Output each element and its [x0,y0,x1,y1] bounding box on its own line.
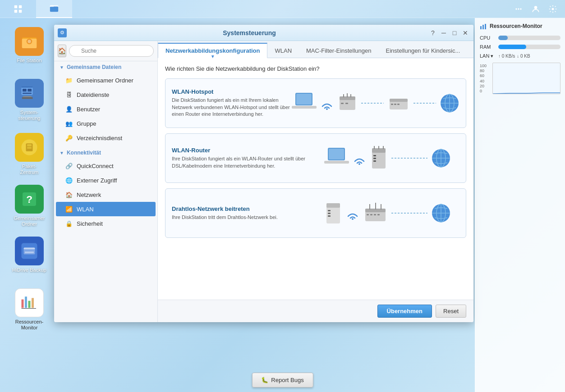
svg-rect-52 [390,99,408,102]
globe-svg-1 [440,93,459,113]
sidebar-section-connectivity[interactable]: ▼ Konnektivität [54,147,157,159]
tab-network-config[interactable]: Netzwerkabbildungskonfiguration [158,43,267,58]
desktop-icon-package-center[interactable]: Paket-Zentrum [9,133,50,175]
svg-rect-88 [374,214,376,215]
cpu-bar-fill [498,36,508,40]
option-card-wlan-hotspot[interactable]: WLAN-Hotspot Die DiskStation fungiert al… [165,78,466,128]
ram-bar-fill [498,45,526,49]
user-icon[interactable] [529,2,542,16]
taskbar-file-station[interactable] [36,0,72,18]
group-icon: 👥 [65,119,73,128]
svg-rect-2 [14,9,17,12]
svg-point-9 [520,8,521,9]
lan-values: ↑ 0 KB/s ↓ 0 KB [498,54,530,59]
window-maximize-button[interactable]: □ [450,28,459,37]
sidebar-search-input[interactable] [69,45,154,57]
svg-point-15 [28,40,31,43]
option-card-wlan-router[interactable]: WLAN-Router Ihre DiskStation fungiert al… [165,133,466,183]
tab-wlan[interactable]: WLAN [267,43,299,58]
globe-svg-2 [431,148,451,168]
window-close-button[interactable]: ✕ [461,28,470,37]
option-hotspot-title: WLAN-Hotspot [172,88,292,95]
resource-chart: 100 80 60 40 20 0 [480,63,560,94]
package-center-label: Paket-Zentrum [20,164,39,175]
desktop-icon-file-station[interactable]: File Station [9,27,50,64]
sidebar-home-button[interactable]: 🏠 [58,45,66,57]
content-question: Wie richten Sie die Netzwerkabbildung de… [165,65,466,72]
svg-rect-21 [23,96,32,97]
window-help-button[interactable]: ? [428,28,437,37]
apply-button[interactable]: Übernehmen [377,305,432,318]
desktop-icon-hidrive[interactable]: HiDrive Backup [9,237,50,273]
tabs-bar: Netzwerkabbildungskonfiguration WLAN MAC… [158,41,473,58]
sidebar-item-shared-folder[interactable]: 📁 Gemeinsamer Ordner [56,73,156,87]
sidebar: 🏠 🔍 ▼ Gemeinsame Dateien 📁 Gemeinsamer O… [54,41,158,322]
nas-svg-hotspot [337,92,358,114]
svg-point-83 [352,218,354,220]
taskbar-apps-button[interactable] [0,0,36,18]
tab-mac-filter[interactable]: MAC-Filter-Einstellungen [299,43,379,58]
sidebar-item-label: QuickConnect [77,163,114,169]
lan-label: LAN ▾ [480,53,496,59]
svg-rect-69 [373,160,376,162]
nas-svg-join [324,201,342,226]
sidebar-item-group[interactable]: 👥 Gruppe [56,116,156,131]
svg-rect-35 [25,296,27,308]
system-control-label: System-steuerung [18,109,41,121]
laptop-svg [292,92,317,114]
tab-parental[interactable]: Einstellungen für Kindersic... [379,43,468,58]
chat-icon[interactable] [512,2,525,16]
sidebar-item-security[interactable]: 🔒 Sicherheit [56,216,156,231]
taskbar-right-area [512,2,565,16]
svg-rect-20 [23,93,32,94]
svg-point-42 [326,108,328,110]
svg-rect-22 [22,97,33,99]
option-hotspot-text: WLAN-Hotspot Die DiskStation fungiert al… [172,88,292,118]
svg-rect-33 [25,251,34,253]
option-card-join-wireless[interactable]: Drahtlos-Netzwerk beitreten Ihre DiskSta… [165,188,466,238]
sidebar-item-users[interactable]: 👤 Benutzer [56,102,156,116]
svg-point-8 [515,8,517,9]
tab-network-config-label: Netzwerkabbildungskonfiguration [165,47,260,54]
sidebar-toolbar: 🏠 🔍 [54,41,157,61]
report-bugs-button[interactable]: 🐛 Report Bugs [252,373,313,387]
sidebar-item-directory-service[interactable]: 🔑 Verzeichnisdienst [56,131,156,145]
desktop-icon-system-control[interactable]: System-steuerung [9,79,50,121]
settings-icon[interactable] [546,2,560,16]
laptop-svg-2 [324,147,349,169]
svg-rect-6 [50,5,54,7]
tab-wlan-label: WLAN [275,47,292,54]
sidebar-item-file-services[interactable]: 🗄 Dateidienste [56,87,156,102]
window-minimize-button[interactable]: ─ [439,28,448,37]
window-title: Systemsteuerung [70,29,428,36]
sidebar-item-wlan[interactable]: 📶 WLAN [56,202,156,216]
hidrive-label: HiDrive Backup [12,267,46,273]
desktop-icon-resource-monitor[interactable]: Ressourcen-Monitor [9,288,50,331]
sidebar-item-network[interactable]: 🏠 Netzwerk [56,187,156,202]
svg-point-7 [518,8,519,9]
svg-point-11 [552,8,554,10]
svg-text:?: ? [26,194,32,205]
svg-rect-87 [370,214,372,215]
wlan-icon: 📶 [65,205,73,213]
reset-button[interactable]: Reset [436,305,466,318]
option-join-title: Drahtlos-Netzwerk beitreten [172,205,316,212]
svg-rect-79 [326,203,340,208]
dashed-line-4 [391,211,427,215]
sidebar-item-quickconnect[interactable]: 🔗 QuickConnect [56,159,156,173]
sidebar-item-external-access[interactable]: 🌐 Externer Zugriff [56,173,156,187]
external-access-icon: 🌐 [65,176,73,184]
sidebar-item-label: Sicherheit [77,220,103,227]
systemsteuerung-window: ⚙ Systemsteuerung ? ─ □ ✕ 🏠 🔍 ▼ Gemeinsa… [54,25,473,322]
tab-parental-label: Einstellungen für Kindersic... [386,47,460,54]
svg-rect-36 [28,301,31,308]
desktop-icon-dsm-help[interactable]: ? Gemeinsamer Ordner [9,185,50,227]
sidebar-section-shared-files[interactable]: ▼ Gemeinsame Dateien [54,61,157,73]
resource-monitor-panel: Ressourcen-Monitor CPU RAM LAN ▾ ↑ 0 KB/… [475,18,565,392]
wifi-svg-hotspot [320,96,334,110]
svg-rect-5 [50,6,58,12]
svg-rect-86 [367,214,369,215]
cpu-bar [498,36,560,40]
upload-value: ↑ 0 KB/s [498,54,515,59]
report-bugs-label: Report Bugs [271,377,303,383]
